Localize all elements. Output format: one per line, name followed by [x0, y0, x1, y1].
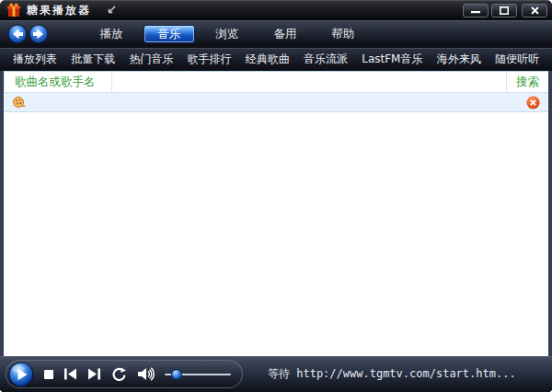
app-window: 糖果播放器 — [0, 0, 552, 392]
submenu-item-hot-music[interactable]: 热门音乐 — [129, 52, 173, 67]
tab-spare[interactable]: 备用 — [259, 25, 311, 43]
arrow-down-left-icon[interactable] — [106, 6, 117, 15]
maximize-button[interactable] — [491, 4, 517, 17]
close-button[interactable] — [522, 4, 547, 17]
search-hint-label: 歌曲名或歌手名 — [4, 72, 112, 92]
volume-knob[interactable] — [171, 369, 182, 380]
content-area — [4, 112, 548, 356]
search-input[interactable] — [112, 72, 506, 92]
main-tabs: 播放 音乐 浏览 备用 帮助 — [86, 25, 369, 43]
window-title: 糖果播放器 — [27, 3, 91, 18]
submenu-item-classic-songs[interactable]: 经典歌曲 — [246, 52, 290, 67]
cookie-spinner-icon — [12, 96, 26, 110]
status-toolbar — [4, 93, 548, 112]
search-button[interactable]: 搜索 — [506, 72, 548, 92]
previous-track-button[interactable] — [63, 368, 77, 380]
window-controls — [463, 4, 547, 17]
submenu-item-playlist[interactable]: 播放列表 — [13, 52, 57, 67]
player-status-text: 等待 http://www.tgmtv.com/start.htm... — [268, 366, 516, 382]
stop-button[interactable] — [44, 370, 53, 379]
tab-browse[interactable]: 浏览 — [201, 25, 253, 43]
minimize-button[interactable] — [463, 4, 489, 17]
forward-button[interactable] — [29, 24, 49, 44]
tab-help[interactable]: 帮助 — [317, 25, 369, 43]
volume-icon[interactable] — [137, 367, 155, 381]
submenu-item-artist-ranking[interactable]: 歌手排行 — [188, 52, 232, 67]
player-bar: 等待 http://www.tgmtv.com/start.htm... — [0, 356, 552, 392]
volume-slider[interactable] — [165, 369, 231, 380]
tab-play[interactable]: 播放 — [86, 25, 137, 43]
submenu-item-lastfm-music[interactable]: LastFM音乐 — [362, 52, 422, 67]
submenu-bar: 播放列表 批量下载 热门音乐 歌手排行 经典歌曲 音乐流派 LastFM音乐 海… — [0, 48, 552, 71]
submenu-item-random-listen[interactable]: 随便听听 — [495, 52, 539, 67]
tab-music[interactable]: 音乐 — [144, 25, 195, 43]
submenu-item-batch-download[interactable]: 批量下载 — [71, 52, 115, 67]
repeat-button[interactable] — [111, 367, 127, 382]
back-button[interactable] — [7, 24, 28, 44]
search-row: 歌曲名或歌手名 搜索 — [4, 71, 548, 93]
gift-icon — [6, 3, 21, 17]
light-zone: 歌曲名或歌手名 搜索 — [0, 71, 552, 356]
next-track-button[interactable] — [87, 368, 101, 380]
play-button[interactable] — [8, 362, 34, 387]
nav-bar: 播放 音乐 浏览 备用 帮助 — [0, 20, 552, 48]
panel-close-button[interactable] — [526, 96, 540, 110]
title-bar: 糖果播放器 — [0, 0, 552, 20]
submenu-item-music-genres[interactable]: 音乐流派 — [304, 52, 348, 67]
playback-controls — [6, 360, 243, 388]
submenu-item-overseas[interactable]: 海外来风 — [437, 52, 481, 67]
